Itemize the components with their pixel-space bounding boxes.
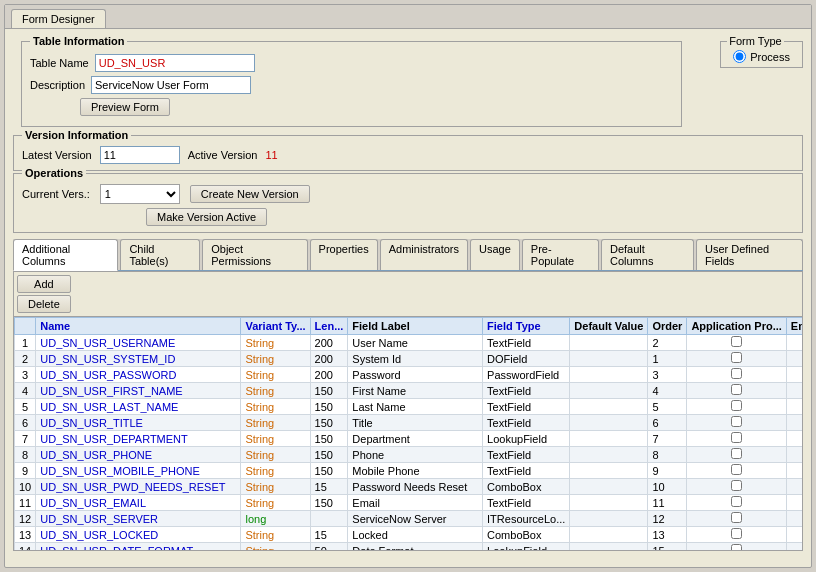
- tab-default-columns[interactable]: Default Columns: [601, 239, 694, 270]
- row-type: TextField: [483, 335, 570, 351]
- row-variant: String: [241, 399, 310, 415]
- row-name[interactable]: UD_SN_USR_PASSWORD: [36, 367, 241, 383]
- row-app-checkbox[interactable]: [687, 383, 786, 399]
- row-label: ServiceNow Server: [348, 511, 483, 527]
- table-row: 8 UD_SN_USR_PHONE String 150 Phone TextF…: [15, 447, 803, 463]
- row-order: 7: [648, 431, 687, 447]
- tab-form-designer[interactable]: Form Designer: [11, 9, 106, 28]
- row-label: Last Name: [348, 399, 483, 415]
- tab-object-permissions[interactable]: Object Permissions: [202, 239, 307, 270]
- form-type-label: Form Type: [727, 35, 783, 47]
- row-name[interactable]: UD_SN_USR_TITLE: [36, 415, 241, 431]
- row-app-checkbox[interactable]: [687, 463, 786, 479]
- row-name[interactable]: UD_SN_USR_SERVER: [36, 511, 241, 527]
- row-variant: String: [241, 527, 310, 543]
- row-encrypted-checkbox[interactable]: [786, 447, 802, 463]
- row-encrypted-checkbox[interactable]: [786, 511, 802, 527]
- row-type: PasswordField: [483, 367, 570, 383]
- col-default: Default Value: [570, 318, 648, 335]
- row-app-checkbox[interactable]: [687, 543, 786, 552]
- row-encrypted-checkbox[interactable]: [786, 495, 802, 511]
- row-name[interactable]: UD_SN_USR_MOBILE_PHONE: [36, 463, 241, 479]
- row-app-checkbox[interactable]: [687, 495, 786, 511]
- row-encrypted-checkbox[interactable]: [786, 367, 802, 383]
- col-variant: Variant Ty...: [241, 318, 310, 335]
- row-len: 200: [310, 367, 348, 383]
- create-new-version-btn[interactable]: Create New Version: [190, 185, 310, 203]
- row-encrypted-checkbox[interactable]: [786, 415, 802, 431]
- row-order: 10: [648, 479, 687, 495]
- row-label: Password: [348, 367, 483, 383]
- preview-form-btn[interactable]: Preview Form: [80, 98, 170, 116]
- row-name[interactable]: UD_SN_USR_SYSTEM_ID: [36, 351, 241, 367]
- table-row: 12 UD_SN_USR_SERVER long ServiceNow Serv…: [15, 511, 803, 527]
- row-name[interactable]: UD_SN_USR_LOCKED: [36, 527, 241, 543]
- row-app-checkbox[interactable]: [687, 415, 786, 431]
- row-type: TextField: [483, 463, 570, 479]
- row-label: First Name: [348, 383, 483, 399]
- tab-usage[interactable]: Usage: [470, 239, 520, 270]
- process-label: Process: [750, 51, 790, 63]
- latest-version-label: Latest Version: [22, 149, 92, 161]
- row-default: [570, 479, 648, 495]
- row-app-checkbox[interactable]: [687, 431, 786, 447]
- row-name[interactable]: UD_SN_USR_DEPARTMENT: [36, 431, 241, 447]
- row-len: 15: [310, 527, 348, 543]
- row-len: 200: [310, 335, 348, 351]
- row-app-checkbox[interactable]: [687, 367, 786, 383]
- description-input[interactable]: [91, 76, 251, 94]
- row-encrypted-checkbox[interactable]: [786, 527, 802, 543]
- row-order: 11: [648, 495, 687, 511]
- tab-pre-populate[interactable]: Pre-Populate: [522, 239, 599, 270]
- row-order: 3: [648, 367, 687, 383]
- row-app-checkbox[interactable]: [687, 479, 786, 495]
- row-label: System Id: [348, 351, 483, 367]
- row-num: 5: [15, 399, 36, 415]
- row-num: 10: [15, 479, 36, 495]
- row-encrypted-checkbox[interactable]: [786, 479, 802, 495]
- col-name: Name: [36, 318, 241, 335]
- row-num: 7: [15, 431, 36, 447]
- row-encrypted-checkbox[interactable]: [786, 399, 802, 415]
- row-order: 2: [648, 335, 687, 351]
- latest-version-input[interactable]: [100, 146, 180, 164]
- row-encrypted-checkbox[interactable]: [786, 463, 802, 479]
- row-app-checkbox[interactable]: [687, 351, 786, 367]
- row-order: 8: [648, 447, 687, 463]
- row-name[interactable]: UD_SN_USR_DATE_FORMAT: [36, 543, 241, 552]
- row-encrypted-checkbox[interactable]: [786, 431, 802, 447]
- row-encrypted-checkbox[interactable]: [786, 351, 802, 367]
- row-app-checkbox[interactable]: [687, 399, 786, 415]
- row-app-checkbox[interactable]: [687, 447, 786, 463]
- current-version-select[interactable]: 1: [100, 184, 180, 204]
- tab-administrators[interactable]: Administrators: [380, 239, 468, 270]
- row-name[interactable]: UD_SN_USR_USERNAME: [36, 335, 241, 351]
- row-name[interactable]: UD_SN_USR_PWD_NEEDS_RESET: [36, 479, 241, 495]
- row-app-checkbox[interactable]: [687, 335, 786, 351]
- row-type: TextField: [483, 495, 570, 511]
- table-scroll: Name Variant Ty... Len... Field Label Fi…: [14, 317, 802, 551]
- row-name[interactable]: UD_SN_USR_LAST_NAME: [36, 399, 241, 415]
- row-name[interactable]: UD_SN_USR_EMAIL: [36, 495, 241, 511]
- row-name[interactable]: UD_SN_USR_PHONE: [36, 447, 241, 463]
- process-radio[interactable]: [733, 50, 746, 63]
- table-information-section: Table Information Table Name Description…: [21, 41, 682, 127]
- tab-child-tables[interactable]: Child Table(s): [120, 239, 200, 270]
- row-name[interactable]: UD_SN_USR_FIRST_NAME: [36, 383, 241, 399]
- row-encrypted-checkbox[interactable]: [786, 335, 802, 351]
- row-app-checkbox[interactable]: [687, 511, 786, 527]
- row-app-checkbox[interactable]: [687, 527, 786, 543]
- add-btn[interactable]: Add: [17, 275, 71, 293]
- tab-additional-columns[interactable]: Additional Columns: [13, 239, 118, 271]
- row-encrypted-checkbox[interactable]: [786, 543, 802, 552]
- operations-section: Operations Current Vers.: 1 Create New V…: [13, 173, 803, 233]
- row-type: LookupField: [483, 431, 570, 447]
- make-version-active-btn[interactable]: Make Version Active: [146, 208, 267, 226]
- tab-properties[interactable]: Properties: [310, 239, 378, 270]
- table-name-input[interactable]: [95, 54, 255, 72]
- tab-user-defined-fields[interactable]: User Defined Fields: [696, 239, 803, 270]
- delete-btn[interactable]: Delete: [17, 295, 71, 313]
- row-encrypted-checkbox[interactable]: [786, 383, 802, 399]
- table-row: 13 UD_SN_USR_LOCKED String 15 Locked Com…: [15, 527, 803, 543]
- row-len: 200: [310, 351, 348, 367]
